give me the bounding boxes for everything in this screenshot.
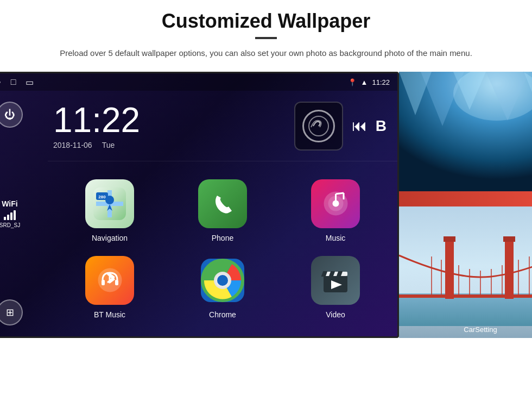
bridge-scene: [399, 206, 532, 338]
app-item-music[interactable]: Music: [279, 172, 392, 249]
home-icon[interactable]: ○: [0, 77, 1, 87]
day-value: Tue: [102, 141, 115, 149]
main-content: 11:22 2018-11-06 Tue: [48, 91, 397, 336]
page-subtitle: Preload over 5 default wallpaper options…: [60, 47, 472, 60]
b-icon: B: [376, 117, 387, 135]
svg-rect-14: [102, 280, 105, 285]
status-time: 11:22: [372, 78, 390, 86]
status-left: ◁ ○ □ ▭: [0, 77, 34, 87]
ice-cave-scene: [399, 72, 532, 191]
app-grid: 280 Navigation Ph: [48, 161, 397, 336]
wallpaper-golden-gate[interactable]: CarSetting: [399, 206, 532, 338]
app-item-phone[interactable]: Phone: [166, 172, 279, 249]
android-screen: ◁ ○ □ ▭ 📍 ▲ 11:22 ⏻ Wi: [0, 72, 399, 338]
clock-date: 2018-11-06 Tue: [53, 141, 115, 149]
location-icon: 📍: [348, 78, 357, 86]
svg-rect-35: [445, 239, 454, 299]
clock-display: 11:22: [53, 103, 140, 137]
svg-rect-21: [324, 272, 347, 276]
svg-rect-36: [505, 239, 514, 299]
wallpaper-ice-cave[interactable]: [399, 72, 532, 191]
chrome-label: Chrome: [209, 310, 236, 319]
svg-text:280: 280: [98, 195, 106, 199]
device-area: ◁ ○ □ ▭ 📍 ▲ 11:22 ⏻ Wi: [0, 72, 532, 338]
svg-rect-37: [444, 236, 455, 242]
svg-point-9: [332, 201, 339, 207]
chrome-icon: [198, 256, 247, 305]
music-label: Music: [326, 234, 346, 242]
wifi-bar-1: [4, 217, 6, 220]
svg-point-19: [217, 275, 228, 286]
red-strip: [399, 191, 532, 206]
wifi-bar-2: [7, 215, 9, 220]
wifi-bar-4: [14, 210, 16, 220]
clock-left: 11:22 2018-11-06 Tue: [53, 103, 140, 149]
svg-line-10: [335, 193, 344, 194]
app-item-bt-music[interactable]: BT Music: [53, 249, 166, 325]
page-title: Customized Wallpaper: [162, 10, 371, 33]
music-icon: [311, 179, 360, 228]
svg-rect-38: [503, 236, 515, 242]
app-item-navigation[interactable]: 280 Navigation: [53, 172, 166, 249]
prev-track-button[interactable]: ⏮: [352, 117, 367, 135]
phone-icon: [198, 179, 247, 228]
wifi-info: WiFi SRD_SJ: [0, 199, 20, 228]
video-icon: [311, 256, 360, 305]
navigation-label: Navigation: [92, 234, 128, 242]
status-bar: ◁ ○ □ ▭ 📍 ▲ 11:22: [0, 73, 397, 91]
power-button[interactable]: ⏻: [0, 102, 23, 128]
carsetting-label: CarSetting: [399, 325, 532, 334]
media-icon-inner: [302, 110, 335, 142]
status-right: 📍 ▲ 11:22: [348, 78, 390, 86]
phone-label: Phone: [212, 234, 233, 242]
svg-rect-15: [115, 280, 118, 285]
clock-icons: ⏮ B: [294, 102, 387, 151]
svg-rect-48: [399, 295, 532, 298]
wifi-label: WiFi: [2, 199, 17, 208]
apps-grid-icon: ⊞: [6, 306, 14, 318]
date-value: 2018-11-06: [53, 141, 92, 149]
wifi-icon: ▲: [361, 78, 368, 86]
title-divider: [255, 37, 277, 39]
clock-area: 11:22 2018-11-06 Tue: [48, 91, 397, 161]
video-label: Video: [326, 310, 345, 319]
wifi-bar-3: [10, 212, 12, 220]
navigation-icon: 280: [85, 179, 134, 228]
media-widget[interactable]: [294, 102, 343, 151]
wifi-bars: [4, 210, 16, 220]
wifi-ssid: SRD_SJ: [0, 222, 20, 228]
app-item-chrome[interactable]: Chrome: [166, 249, 279, 325]
apps-grid-button[interactable]: ⊞: [0, 299, 23, 325]
screenshot-icon[interactable]: ▭: [26, 77, 34, 87]
bt-music-label: BT Music: [94, 310, 125, 319]
recents-icon[interactable]: □: [11, 77, 16, 87]
wifi-signal-svg: [308, 115, 330, 137]
left-sidebar: ⏻ WiFi SRD_SJ ⊞: [0, 91, 48, 336]
wallpaper-panels: CarSetting: [399, 72, 532, 338]
app-item-video[interactable]: Video: [279, 249, 392, 325]
screen-body: ⏻ WiFi SRD_SJ ⊞: [0, 91, 397, 336]
bt-music-icon: [85, 256, 134, 305]
power-icon: ⏻: [4, 109, 15, 121]
